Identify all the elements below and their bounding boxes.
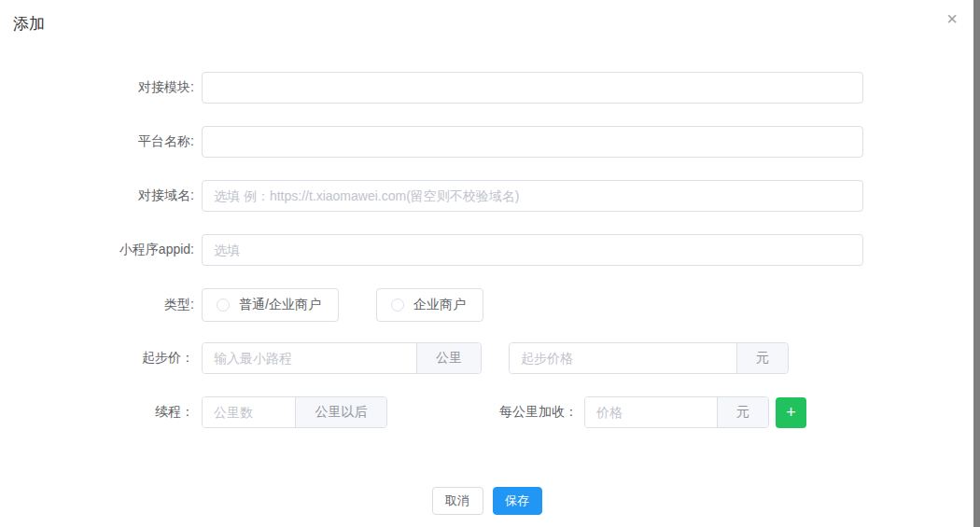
form-row-appid: 小程序appid: bbox=[0, 234, 973, 266]
start-price-label: 起步价： bbox=[0, 350, 194, 367]
dialog-title: 添加 bbox=[13, 13, 45, 35]
appid-label: 小程序appid: bbox=[0, 242, 194, 258]
start-price-group: 元 bbox=[509, 342, 789, 374]
renewal-distance-input[interactable] bbox=[203, 397, 295, 427]
radio-option-label: 企业商户 bbox=[413, 297, 481, 313]
renewal-distance-group: 公里以后 bbox=[202, 396, 387, 428]
add-platform-form: 对接模块: 平台名称: 对接域名: 小程序appid: 类型: 普通/企业商户 … bbox=[0, 72, 973, 451]
platform-name-label: 平台名称: bbox=[0, 133, 194, 150]
min-distance-group: 公里 bbox=[202, 342, 482, 374]
min-distance-input[interactable] bbox=[203, 343, 416, 373]
form-row-type: 类型: 普通/企业商户 企业商户 bbox=[0, 288, 973, 322]
form-row-domain: 对接域名: bbox=[0, 180, 973, 212]
start-price-input[interactable] bbox=[510, 343, 736, 373]
per-km-price-input[interactable] bbox=[585, 397, 717, 427]
radio-icon[interactable] bbox=[217, 298, 230, 312]
platform-name-input[interactable] bbox=[202, 126, 863, 158]
form-row-renewal: 续程： 公里以后 每公里加收： 元 + bbox=[0, 396, 973, 428]
type-option-normal-merchant[interactable]: 普通/企业商户 bbox=[202, 288, 339, 322]
dialog-footer: 取消 保存 bbox=[0, 487, 973, 515]
yuan-unit-suffix: 元 bbox=[736, 343, 788, 373]
km-unit-suffix: 公里 bbox=[416, 343, 481, 373]
cancel-button[interactable]: 取消 bbox=[432, 487, 483, 515]
add-tier-button[interactable]: + bbox=[776, 397, 806, 428]
domain-label: 对接域名: bbox=[0, 187, 194, 204]
module-label: 对接模块: bbox=[0, 79, 194, 96]
renewal-label: 续程： bbox=[0, 404, 194, 421]
yuan-unit-suffix: 元 bbox=[717, 397, 768, 427]
per-km-price-group: 元 bbox=[584, 396, 769, 428]
type-option-enterprise-merchant[interactable]: 企业商户 bbox=[376, 288, 483, 322]
module-input[interactable] bbox=[202, 72, 863, 104]
vertical-scrollbar[interactable] bbox=[973, 0, 980, 527]
form-row-module: 对接模块: bbox=[0, 72, 973, 104]
close-icon[interactable]: × bbox=[946, 9, 958, 28]
km-after-unit-suffix: 公里以后 bbox=[295, 397, 386, 427]
type-label: 类型: bbox=[0, 297, 194, 313]
radio-option-label: 普通/企业商户 bbox=[239, 297, 336, 313]
save-button[interactable]: 保存 bbox=[493, 487, 542, 515]
form-row-start-price: 起步价： 公里 元 bbox=[0, 342, 973, 374]
form-row-platform-name: 平台名称: bbox=[0, 126, 973, 158]
radio-icon[interactable] bbox=[391, 298, 404, 312]
appid-input[interactable] bbox=[202, 234, 863, 266]
per-km-surcharge-label: 每公里加收： bbox=[499, 404, 578, 421]
domain-input[interactable] bbox=[202, 180, 863, 212]
